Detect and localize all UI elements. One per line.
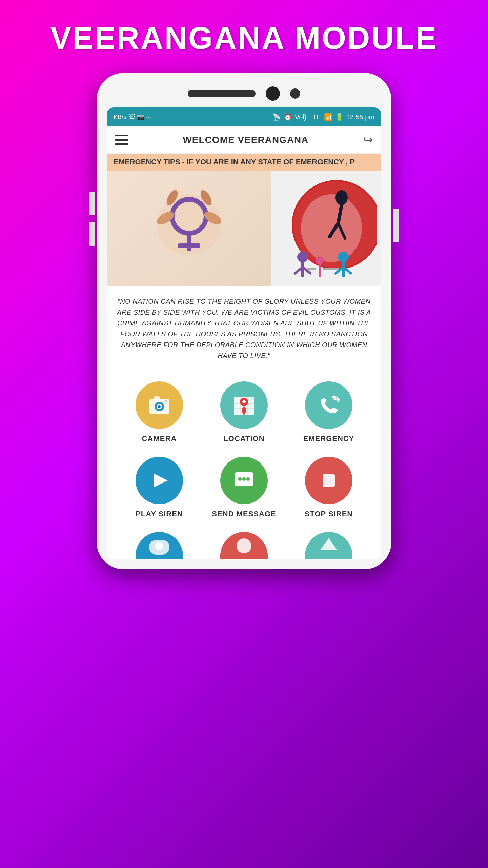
svg-point-19 — [316, 256, 324, 264]
svg-point-45 — [242, 477, 246, 481]
svg-point-11 — [336, 190, 348, 205]
location-menu-item[interactable]: LOCATION — [205, 381, 283, 443]
camera-label: CAMERA — [142, 434, 177, 443]
emergency-banner: EMERGENCY TIPS - IF YOU ARE IN ANY STATE… — [107, 154, 381, 171]
phone-screen: KB/s 🖼 📷 ··· 📡 ⏰ Vol) LTE 📶 🔋 12:55 pm W… — [107, 107, 381, 559]
battery-icon: 🔋 — [335, 113, 344, 121]
back-button[interactable]: ↩ — [363, 133, 373, 147]
alarm-icon: ⏰ — [284, 113, 292, 121]
svg-point-10 — [301, 194, 362, 262]
kb-indicator: KB/s — [114, 114, 126, 121]
row3-item2[interactable] — [205, 532, 283, 559]
svg-point-44 — [238, 477, 242, 481]
location-icon-circle — [220, 381, 268, 429]
svg-point-21 — [338, 252, 349, 262]
power-button[interactable] — [393, 209, 399, 242]
row3-icon1-svg — [146, 536, 173, 555]
notification-icons: 🖼 📷 ··· — [129, 113, 151, 121]
cast-icon: 📡 — [272, 113, 281, 121]
svg-point-50 — [237, 538, 251, 553]
volume-down-btn[interactable] — [89, 222, 95, 246]
emergency-phone-icon — [315, 392, 342, 419]
menu-grid-row3-partial — [107, 529, 381, 559]
hamburger-line-3 — [115, 143, 128, 145]
status-bar: KB/s 🖼 📷 ··· 📡 ⏰ Vol) LTE 📶 🔋 12:55 pm — [107, 107, 381, 126]
hamburger-menu[interactable] — [115, 135, 128, 145]
message-icon — [230, 467, 258, 494]
menu-grid-row1: CAMERA — [107, 371, 381, 453]
emergency-menu-item[interactable]: EMERGENCY — [290, 381, 368, 443]
stop-icon — [315, 467, 342, 494]
emergency-banner-text: EMERGENCY TIPS - IF YOU ARE IN ANY STATE… — [114, 158, 355, 166]
vol-indicator: Vol) — [295, 113, 306, 121]
stop-siren-menu-item[interactable]: STOP SIREN — [290, 457, 368, 518]
row3-icon2-svg — [230, 536, 258, 555]
play-siren-label: PLAY SIREN — [136, 510, 183, 518]
svg-point-49 — [155, 542, 163, 550]
row3-item1[interactable] — [120, 532, 198, 559]
status-right-icons: 📡 ⏰ Vol) LTE 📶 🔋 12:55 pm — [272, 113, 374, 121]
stop-siren-label: STOP SIREN — [305, 510, 353, 518]
row3-icon3 — [305, 532, 352, 559]
emergency-icon-circle — [305, 381, 352, 429]
phone-top-hardware — [107, 83, 381, 104]
row3-icon3-svg — [315, 536, 342, 555]
quote-section: "NO NATION CAN RISE TO THE HEIGHT OF GLO… — [107, 286, 381, 371]
signal-bars: 📶 — [324, 113, 332, 121]
play-icon — [146, 467, 173, 494]
time-display: 12:55 pm — [346, 113, 374, 121]
location-label: LOCATION — [223, 434, 264, 443]
row3-item3[interactable] — [290, 532, 368, 559]
female-symbol-svg — [155, 184, 223, 272]
svg-point-46 — [246, 477, 250, 481]
svg-point-32 — [158, 405, 161, 408]
phone-sensor-dot — [290, 88, 300, 99]
send-message-label: SEND MESSAGE — [212, 510, 276, 518]
svg-point-15 — [297, 252, 308, 262]
app-title: WELCOME VEERANGANA — [183, 135, 308, 145]
emergency-label: EMERGENCY — [303, 434, 354, 443]
phone-shell: KB/s 🖼 📷 ··· 📡 ⏰ Vol) LTE 📶 🔋 12:55 pm W… — [97, 73, 391, 569]
svg-marker-51 — [320, 538, 337, 550]
row3-icon2 — [220, 532, 268, 559]
hero-area — [107, 171, 381, 286]
svg-point-41 — [242, 400, 246, 403]
camera-icon-circle — [136, 381, 183, 429]
hero-image-left — [107, 171, 271, 286]
location-icon — [230, 392, 258, 419]
menu-grid-row2: PLAY SIREN SEND MESSAGE — [107, 453, 381, 529]
quote-text: "NO NATION CAN RISE TO THE HEIGHT OF GLO… — [117, 298, 371, 359]
status-left-icons: KB/s 🖼 📷 ··· — [114, 113, 151, 121]
svg-rect-48 — [323, 474, 335, 487]
play-siren-menu-item[interactable]: PLAY SIREN — [120, 457, 198, 518]
stop-siren-icon-circle — [305, 457, 352, 504]
svg-marker-42 — [154, 474, 168, 487]
svg-rect-33 — [154, 396, 160, 400]
camera-icon — [146, 392, 173, 419]
app-bar: WELCOME VEERANGANA ↩ — [107, 126, 381, 154]
volume-buttons — [89, 192, 95, 246]
hamburger-line-1 — [115, 135, 128, 136]
phone-camera-dot — [266, 86, 280, 101]
play-siren-icon-circle — [136, 457, 183, 504]
row3-icon1 — [136, 532, 183, 559]
hero-image-right — [271, 171, 381, 286]
volume-up-btn[interactable] — [89, 192, 95, 215]
camera-menu-item[interactable]: CAMERA — [120, 381, 198, 443]
svg-rect-3 — [178, 243, 200, 248]
svg-point-34 — [165, 400, 167, 402]
lte-indicator: LTE — [309, 113, 321, 121]
phone-speaker — [188, 90, 256, 97]
empowerment-svg — [276, 171, 377, 286]
hamburger-line-2 — [115, 139, 128, 141]
send-message-icon-circle — [220, 457, 268, 504]
page-title-text: VEERANGANA MODULE — [50, 20, 438, 56]
send-message-menu-item[interactable]: SEND MESSAGE — [205, 457, 283, 518]
svg-rect-2 — [187, 233, 191, 251]
